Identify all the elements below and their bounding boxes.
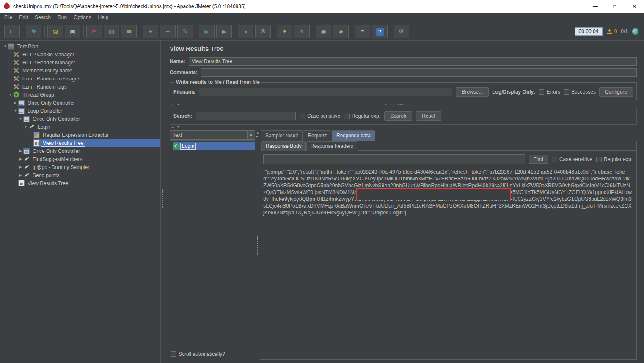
horizontal-splitter-1[interactable]: ▲ ▼ [170,102,637,108]
browse-button[interactable]: Browse... [456,87,489,97]
maximize-button[interactable]: □ [605,0,625,13]
name-input[interactable] [189,57,637,66]
tree-expander-icon[interactable]: ▶ [13,101,18,105]
start-button[interactable]: ▶ [199,25,215,38]
tree-expander-icon[interactable]: ▶ [18,173,23,177]
view-mode-select[interactable]: Text ▼ [170,130,255,140]
help-button[interactable]: ? [372,25,388,38]
tree-item-thread-group[interactable]: ▼ Thread Group [0,91,160,99]
tree-main-splitter[interactable] [161,41,165,363]
menu-help[interactable]: Help [94,13,112,22]
search-regular-exp-checkbox[interactable] [344,114,350,119]
start-no-pauses-button[interactable]: ▶ [216,25,232,38]
menu-options[interactable]: Options [70,13,94,22]
menu-file[interactable]: File [1,13,16,22]
tree-expander-icon[interactable]: ▼ [18,117,23,121]
successes-checkbox[interactable] [564,89,569,95]
tree-item-once-only-controller-3[interactable]: ▶ Once Only Controller [0,147,160,155]
result-item-login[interactable]: Login [170,142,255,150]
tree-item-once-only-controller-2[interactable]: ▼ Once Only Controller [0,115,160,123]
tab-sampler-result[interactable]: Sampler result [261,130,303,141]
tree-expander-icon[interactable]: ▶ [18,149,23,153]
tree-item-bzm-random-messages[interactable]: bzm - Random messages [0,75,160,83]
tree-item-http-header-manager[interactable]: HTTP Header Manager [0,58,160,67]
content-area: ▼ Test Plan HTTP Cookie Manager HTTP Hea… [0,41,644,363]
tab-response-body[interactable]: Response Body [261,141,306,151]
results-splitter[interactable]: ◀▶ [255,130,260,360]
stop-button[interactable]: ● [238,25,253,38]
tree-item-jpgc-dummy-sampler[interactable]: ▶ jp@gc - Dummy Sampler [0,163,160,171]
tree-expander-icon[interactable]: ▼ [3,44,8,48]
find-case-sensitive-checkbox[interactable] [552,157,557,162]
tree-item-view-results-tree-2[interactable]: View Results Tree [0,179,160,187]
filename-input[interactable] [199,88,452,96]
scroll-automatically-checkbox[interactable] [171,351,176,357]
copy-button[interactable]: ▥ [104,25,119,38]
tree-expander-icon[interactable]: ▼ [23,125,28,129]
splitter-grip[interactable] [162,189,164,208]
tree-item-view-results-tree-selected[interactable]: View Results Tree [0,139,160,147]
toggle-elements-button[interactable]: ✎ [177,25,193,38]
shutdown-button[interactable]: ⊗ [255,25,271,38]
chevron-down-icon[interactable]: ▼ [247,131,255,139]
response-body[interactable]: {"jsonrpc":"2.0","result":{"authn_token"… [263,169,633,355]
horizontal-splitter-2[interactable]: ▲ ▼ [170,125,637,130]
cut-button[interactable]: ✂ [86,25,102,38]
save-file-button[interactable]: ▣ [65,25,80,38]
tree-expander-icon[interactable]: ▶ [18,165,23,169]
tab-response-data[interactable]: Response data [332,130,375,141]
tree-item-send-points[interactable]: ▶ Send points [0,171,160,179]
tree-item-bzm-random-tags[interactable]: bzm - Random tags [0,83,160,91]
new-file-button[interactable]: □ [4,25,20,38]
log-warning-indicator[interactable]: ⚠ 0 [606,28,617,36]
search-input[interactable] [196,112,296,120]
start-no-pauses-icon: ▶ [222,29,226,34]
search-case-sensitive-checkbox[interactable] [300,114,305,119]
close-button[interactable]: ✕ [625,0,644,13]
search-toolbar-button[interactable]: ◉ [316,25,331,38]
menu-search[interactable]: Search [31,13,54,22]
tree-expander-icon[interactable]: ▼ [8,93,13,97]
splitter-collapse-icons[interactable]: ▲ ▼ [171,125,181,128]
splitter-collapse-icons[interactable]: ▲ ▼ [171,103,181,106]
find-button[interactable]: Find [529,155,548,164]
paste-button[interactable]: ▤ [121,25,137,38]
minimize-button[interactable]: — [586,0,605,13]
search-reset-button[interactable]: ◈ [333,25,349,38]
expand-all-button[interactable]: + [143,25,158,38]
tree-expander-icon[interactable]: ▶ [18,157,23,161]
tree-item-loop-controller[interactable]: ▼ Loop Controller [0,107,160,115]
collapse-all-button[interactable]: − [160,25,176,38]
function-helper-button[interactable]: ≡ [355,25,370,38]
splitter-grip[interactable] [385,126,405,128]
tree-item-findsuggestmembers[interactable]: ▶ FindSuggestMembers [0,155,160,163]
tree-item-once-only-controller-1[interactable]: ▶ Once Only Controller [0,99,160,107]
configure-button[interactable]: Configure [599,87,633,97]
ssl-manager-button[interactable]: ⚙ [394,25,409,38]
reset-button[interactable]: Reset [416,111,441,121]
tab-response-headers[interactable]: Response headers [306,141,358,151]
templates-button[interactable]: ❖ [26,25,41,38]
tree-expander-icon[interactable]: ▼ [13,109,18,113]
shutdown-icon: ⊗ [260,28,266,35]
splitter-collapse-icons[interactable]: ◀▶ [256,131,258,138]
clear-all-button[interactable]: ✧ [294,25,310,38]
tree-item-regular-expression-extractor[interactable]: Regular Expression Extractor [0,131,160,139]
menu-run[interactable]: Run [54,13,70,22]
tree-item-login[interactable]: ▼ Login [0,123,160,131]
tab-request[interactable]: Request [303,130,331,141]
clear-button[interactable]: ✦ [277,25,292,38]
tree-item-members-list-by-name[interactable]: Members list by name [0,67,160,75]
errors-checkbox[interactable] [539,89,544,95]
comments-input[interactable] [201,68,637,77]
find-regular-exp-checkbox[interactable] [596,157,602,162]
splitter-grip[interactable] [385,104,405,106]
open-file-button[interactable]: ▨ [47,25,63,38]
search-panel: Search: Case sensitive Regular exp. Sear… [170,108,637,125]
tree-item-test-plan[interactable]: ▼ Test Plan [0,42,160,50]
search-button[interactable]: Search [384,111,412,121]
splitter-grip[interactable] [256,236,258,255]
tree-item-http-cookie-manager[interactable]: HTTP Cookie Manager [0,50,160,58]
menu-edit[interactable]: Edit [16,13,31,22]
find-input[interactable] [263,154,525,164]
